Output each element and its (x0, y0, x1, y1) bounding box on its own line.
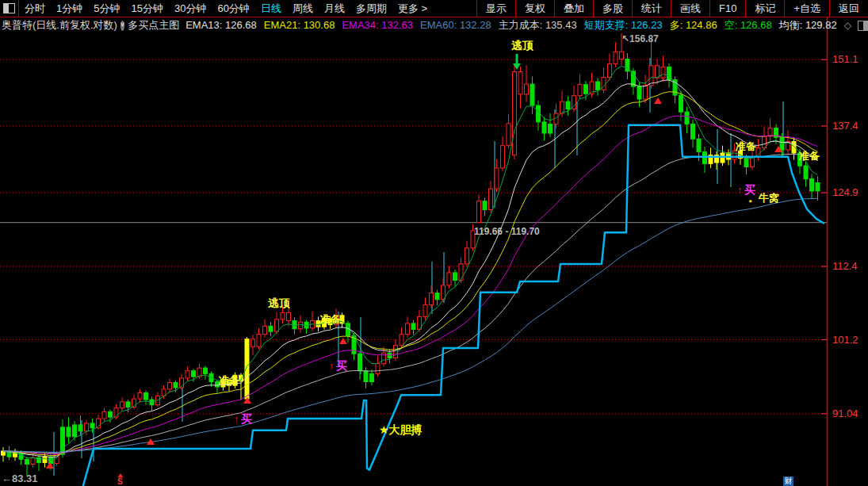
indicator-values: EMA13: 126.68EMA21: 130.68EMA34: 132.63E… (185, 18, 844, 33)
action-统计[interactable]: 统计 (632, 0, 671, 17)
action-返回[interactable]: 返回 (829, 0, 868, 17)
support-line (82, 125, 824, 486)
chevron-down-icon[interactable]: ˅ (120, 21, 124, 31)
period-tab-日线[interactable]: 日线 (255, 2, 287, 16)
field-均衡: 均衡: 129.82 (779, 19, 837, 31)
action-+自选[interactable]: +自选 (784, 0, 829, 17)
ema-line-34 (3, 116, 818, 454)
field-主力成本: 主力成本: 135.43 (499, 19, 577, 31)
svg-text:买: 买 (336, 359, 347, 372)
period-tab-60分钟[interactable]: 60分钟 (212, 2, 254, 16)
chart-annotation: ↖156.87 (621, 33, 659, 44)
field-多: 多: 124.86 (670, 19, 717, 31)
ema-line-58 (3, 154, 818, 453)
chart-annotation: ★大胆搏 (379, 423, 423, 436)
field-EMA60: EMA60: 132.28 (420, 19, 491, 31)
infobar-icons: ◇ (844, 20, 868, 31)
field-EMA13: EMA13: 126.68 (185, 19, 257, 31)
y-axis-label: 112.4 (832, 260, 858, 272)
y-axis-label: 91.04 (832, 408, 858, 419)
period-tab-15分钟[interactable]: 15分钟 (125, 2, 168, 16)
action-显示[interactable]: 显示 (476, 0, 515, 17)
window-icon[interactable] (3, 3, 15, 13)
field-EMA21: EMA21: 130.68 (264, 19, 335, 31)
period-tab-周线[interactable]: 周线 (287, 2, 319, 16)
period-tab-月线[interactable]: 月线 (319, 2, 350, 16)
field-EMA34: EMA34: 132.63 (342, 19, 413, 31)
ema-line-105 (3, 198, 818, 452)
period-tab-1分钟[interactable]: 1分钟 (51, 2, 88, 16)
ema-line-21 (3, 92, 818, 456)
chart-annotation: 准备 (218, 374, 240, 386)
chart-annotation: 准备 (735, 140, 757, 152)
chart-annotation: 准备 (319, 313, 342, 325)
grid-lines: 151.1137.4124.9112.4101.291.04 (0, 53, 858, 419)
y-axis-label: 151.1 (832, 53, 858, 65)
split-window-icon[interactable] (858, 21, 868, 31)
y-axis-label: 137.4 (832, 120, 858, 132)
action-F10[interactable]: F10 (709, 0, 745, 17)
period-tab-分时[interactable]: 分时 (19, 2, 51, 16)
chart-annotation: 逃顶 (511, 39, 533, 52)
candlestick-series (2, 33, 820, 476)
diamond-icon[interactable]: ◇ (844, 20, 851, 31)
y-axis-label: 101.2 (832, 334, 858, 346)
period-tab-多周期[interactable]: 多周期 (350, 2, 392, 16)
chart-annotation: 准备 (798, 150, 820, 162)
chart-annotation: 逃顶 (268, 297, 290, 309)
top-menu-bar: 分时1分钟5分钟15分钟30分钟60分钟日线周线月线多周期更多 > 显示复权叠加… (0, 0, 868, 17)
svg-text:↑: ↑ (234, 414, 239, 425)
ema-line-13 (3, 80, 818, 457)
buy-text-marker: ↑买 (234, 412, 252, 425)
buy-text-marker: ↑买 (329, 359, 347, 372)
indicator-info-bar: 奥普特(日线.前复权.对数) ˅ 多买点主图 EMA13: 126.68EMA2… (0, 17, 824, 33)
action-多股[interactable]: 多股 (593, 0, 632, 17)
period-tab-30分钟[interactable]: 30分钟 (169, 2, 212, 16)
buy-triangle-markers (46, 98, 782, 478)
period-tab-更多 >[interactable]: 更多 > (392, 2, 433, 16)
action-画线[interactable]: 画线 (671, 0, 709, 17)
field-空: 空: 126.68 (725, 19, 772, 31)
chart-annotation: ←83.31 (2, 473, 38, 484)
action-标记[interactable]: 标记 (745, 0, 784, 17)
stock-title: 奥普特(日线.前复权.对数) (2, 18, 117, 33)
svg-text:买: 买 (241, 412, 252, 425)
caijing-watermark-icon: 财 (783, 476, 793, 486)
chart-annotation: S (117, 477, 123, 486)
field-短期支撑: 短期支撑: 126.23 (584, 19, 663, 31)
indicator-name[interactable]: 多买点主图 (128, 18, 179, 33)
action-叠加[interactable]: 叠加 (554, 0, 593, 17)
candlestick-chart[interactable]: 151.1137.4124.9112.4101.291.04↑买↑买↑买逃顶逃顶… (0, 0, 868, 486)
chart-annotation: 119.66 - 119.70 (474, 226, 540, 237)
svg-text:↑: ↑ (737, 185, 742, 196)
action-menu: 显示复权叠加多股统计画线F10标记+自选返回 (476, 0, 868, 17)
period-menu: 分时1分钟5分钟15分钟30分钟60分钟日线周线月线多周期更多 > (19, 2, 433, 16)
chart-svg[interactable]: 151.1137.4124.9112.4101.291.04↑买↑买↑买逃顶逃顶… (0, 0, 868, 486)
chart-annotation: 。牛窝 (748, 192, 779, 204)
svg-text:↑: ↑ (329, 361, 334, 372)
y-axis-label: 124.9 (832, 186, 858, 198)
period-tab-5分钟[interactable]: 5分钟 (88, 2, 125, 16)
action-复权[interactable]: 复权 (515, 0, 554, 17)
ema-line-5 (3, 66, 818, 460)
